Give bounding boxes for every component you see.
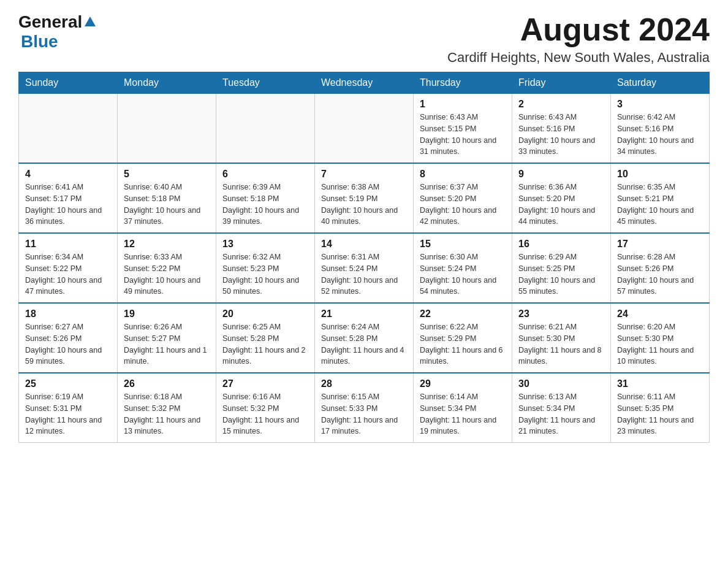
- column-header-thursday: Thursday: [414, 72, 512, 94]
- calendar-cell: 20Sunrise: 6:25 AM Sunset: 5:28 PM Dayli…: [216, 303, 315, 373]
- day-number: 10: [617, 169, 703, 180]
- day-info: Sunrise: 6:39 AM Sunset: 5:18 PM Dayligh…: [222, 182, 308, 228]
- day-info: Sunrise: 6:25 AM Sunset: 5:28 PM Dayligh…: [222, 321, 308, 367]
- calendar-week-row: 18Sunrise: 6:27 AM Sunset: 5:26 PM Dayli…: [19, 303, 710, 373]
- day-number: 16: [518, 239, 604, 250]
- day-info: Sunrise: 6:31 AM Sunset: 5:24 PM Dayligh…: [321, 251, 407, 297]
- calendar-cell: 14Sunrise: 6:31 AM Sunset: 5:24 PM Dayli…: [315, 233, 414, 303]
- day-number: 7: [321, 169, 407, 180]
- calendar-week-row: 4Sunrise: 6:41 AM Sunset: 5:17 PM Daylig…: [19, 163, 710, 233]
- day-info: Sunrise: 6:32 AM Sunset: 5:23 PM Dayligh…: [222, 251, 308, 297]
- column-header-saturday: Saturday: [611, 72, 710, 94]
- column-header-sunday: Sunday: [19, 72, 118, 94]
- calendar-header-row: SundayMondayTuesdayWednesdayThursdayFrid…: [19, 72, 710, 94]
- day-number: 2: [518, 99, 604, 110]
- day-info: Sunrise: 6:43 AM Sunset: 5:16 PM Dayligh…: [518, 112, 604, 158]
- day-info: Sunrise: 6:29 AM Sunset: 5:25 PM Dayligh…: [518, 251, 604, 297]
- day-number: 1: [420, 99, 506, 110]
- calendar-cell: 24Sunrise: 6:20 AM Sunset: 5:30 PM Dayli…: [611, 303, 710, 373]
- day-number: 18: [25, 308, 111, 320]
- day-number: 31: [617, 378, 703, 389]
- calendar-cell: 22Sunrise: 6:22 AM Sunset: 5:29 PM Dayli…: [414, 303, 512, 373]
- column-header-friday: Friday: [512, 72, 611, 94]
- logo-general-text: General: [18, 12, 82, 32]
- day-info: Sunrise: 6:15 AM Sunset: 5:33 PM Dayligh…: [321, 391, 407, 437]
- calendar-cell: 5Sunrise: 6:40 AM Sunset: 5:18 PM Daylig…: [118, 163, 216, 233]
- day-info: Sunrise: 6:18 AM Sunset: 5:32 PM Dayligh…: [124, 391, 210, 437]
- day-info: Sunrise: 6:33 AM Sunset: 5:22 PM Dayligh…: [124, 251, 210, 297]
- calendar-week-row: 11Sunrise: 6:34 AM Sunset: 5:22 PM Dayli…: [19, 233, 710, 303]
- day-info: Sunrise: 6:26 AM Sunset: 5:27 PM Dayligh…: [124, 321, 210, 367]
- page-header: General Blue August 2024 Cardiff Heights…: [18, 12, 710, 66]
- svg-marker-0: [85, 17, 96, 26]
- day-number: 3: [617, 99, 703, 110]
- day-number: 11: [25, 239, 111, 250]
- calendar-cell: 30Sunrise: 6:13 AM Sunset: 5:34 PM Dayli…: [512, 373, 611, 443]
- calendar-cell: 8Sunrise: 6:37 AM Sunset: 5:20 PM Daylig…: [414, 163, 512, 233]
- day-number: 14: [321, 239, 407, 250]
- day-number: 25: [25, 378, 111, 389]
- calendar-cell: 16Sunrise: 6:29 AM Sunset: 5:25 PM Dayli…: [512, 233, 611, 303]
- day-info: Sunrise: 6:42 AM Sunset: 5:16 PM Dayligh…: [617, 112, 703, 158]
- calendar-table: SundayMondayTuesdayWednesdayThursdayFrid…: [18, 72, 710, 443]
- calendar-cell: 2Sunrise: 6:43 AM Sunset: 5:16 PM Daylig…: [512, 94, 611, 164]
- day-number: 21: [321, 308, 407, 320]
- day-number: 26: [124, 378, 210, 389]
- calendar-cell: 19Sunrise: 6:26 AM Sunset: 5:27 PM Dayli…: [118, 303, 216, 373]
- logo: General Blue: [18, 12, 97, 52]
- calendar-cell: [19, 94, 118, 164]
- day-info: Sunrise: 6:35 AM Sunset: 5:21 PM Dayligh…: [617, 182, 703, 228]
- title-section: August 2024 Cardiff Heights, New South W…: [447, 12, 710, 66]
- day-info: Sunrise: 6:24 AM Sunset: 5:28 PM Dayligh…: [321, 321, 407, 367]
- day-info: Sunrise: 6:41 AM Sunset: 5:17 PM Dayligh…: [25, 182, 111, 228]
- day-number: 20: [222, 308, 308, 320]
- calendar-cell: 13Sunrise: 6:32 AM Sunset: 5:23 PM Dayli…: [216, 233, 315, 303]
- day-info: Sunrise: 6:34 AM Sunset: 5:22 PM Dayligh…: [25, 251, 111, 297]
- calendar-cell: 29Sunrise: 6:14 AM Sunset: 5:34 PM Dayli…: [414, 373, 512, 443]
- day-info: Sunrise: 6:14 AM Sunset: 5:34 PM Dayligh…: [420, 391, 506, 437]
- day-number: 5: [124, 169, 210, 180]
- month-title: August 2024: [447, 12, 710, 47]
- day-number: 15: [420, 239, 506, 250]
- day-number: 28: [321, 378, 407, 389]
- calendar-cell: 1Sunrise: 6:43 AM Sunset: 5:15 PM Daylig…: [414, 94, 512, 164]
- calendar-week-row: 1Sunrise: 6:43 AM Sunset: 5:15 PM Daylig…: [19, 94, 710, 164]
- calendar-cell: 18Sunrise: 6:27 AM Sunset: 5:26 PM Dayli…: [19, 303, 118, 373]
- day-info: Sunrise: 6:28 AM Sunset: 5:26 PM Dayligh…: [617, 251, 703, 297]
- day-info: Sunrise: 6:11 AM Sunset: 5:35 PM Dayligh…: [617, 391, 703, 437]
- calendar-cell: 11Sunrise: 6:34 AM Sunset: 5:22 PM Dayli…: [19, 233, 118, 303]
- day-info: Sunrise: 6:27 AM Sunset: 5:26 PM Dayligh…: [25, 321, 111, 367]
- calendar-week-row: 25Sunrise: 6:19 AM Sunset: 5:31 PM Dayli…: [19, 373, 710, 443]
- day-number: 23: [518, 308, 604, 320]
- day-info: Sunrise: 6:13 AM Sunset: 5:34 PM Dayligh…: [518, 391, 604, 437]
- day-number: 13: [222, 239, 308, 250]
- day-number: 29: [420, 378, 506, 389]
- day-info: Sunrise: 6:43 AM Sunset: 5:15 PM Dayligh…: [420, 112, 506, 158]
- day-number: 19: [124, 308, 210, 320]
- column-header-tuesday: Tuesday: [216, 72, 315, 94]
- calendar-cell: 3Sunrise: 6:42 AM Sunset: 5:16 PM Daylig…: [611, 94, 710, 164]
- calendar-cell: [216, 94, 315, 164]
- logo-arrow-icon: [83, 15, 97, 29]
- location-title: Cardiff Heights, New South Wales, Austra…: [447, 50, 710, 66]
- day-info: Sunrise: 6:16 AM Sunset: 5:32 PM Dayligh…: [222, 391, 308, 437]
- calendar-cell: 17Sunrise: 6:28 AM Sunset: 5:26 PM Dayli…: [611, 233, 710, 303]
- day-info: Sunrise: 6:30 AM Sunset: 5:24 PM Dayligh…: [420, 251, 506, 297]
- day-info: Sunrise: 6:19 AM Sunset: 5:31 PM Dayligh…: [25, 391, 111, 437]
- calendar-cell: 25Sunrise: 6:19 AM Sunset: 5:31 PM Dayli…: [19, 373, 118, 443]
- calendar-cell: 10Sunrise: 6:35 AM Sunset: 5:21 PM Dayli…: [611, 163, 710, 233]
- day-info: Sunrise: 6:38 AM Sunset: 5:19 PM Dayligh…: [321, 182, 407, 228]
- day-info: Sunrise: 6:37 AM Sunset: 5:20 PM Dayligh…: [420, 182, 506, 228]
- calendar-cell: 23Sunrise: 6:21 AM Sunset: 5:30 PM Dayli…: [512, 303, 611, 373]
- day-number: 24: [617, 308, 703, 320]
- day-info: Sunrise: 6:40 AM Sunset: 5:18 PM Dayligh…: [124, 182, 210, 228]
- day-info: Sunrise: 6:20 AM Sunset: 5:30 PM Dayligh…: [617, 321, 703, 367]
- calendar-cell: 21Sunrise: 6:24 AM Sunset: 5:28 PM Dayli…: [315, 303, 414, 373]
- day-number: 12: [124, 239, 210, 250]
- calendar-cell: 26Sunrise: 6:18 AM Sunset: 5:32 PM Dayli…: [118, 373, 216, 443]
- calendar-cell: 4Sunrise: 6:41 AM Sunset: 5:17 PM Daylig…: [19, 163, 118, 233]
- calendar-cell: 28Sunrise: 6:15 AM Sunset: 5:33 PM Dayli…: [315, 373, 414, 443]
- calendar-cell: [118, 94, 216, 164]
- day-info: Sunrise: 6:36 AM Sunset: 5:20 PM Dayligh…: [518, 182, 604, 228]
- day-number: 9: [518, 169, 604, 180]
